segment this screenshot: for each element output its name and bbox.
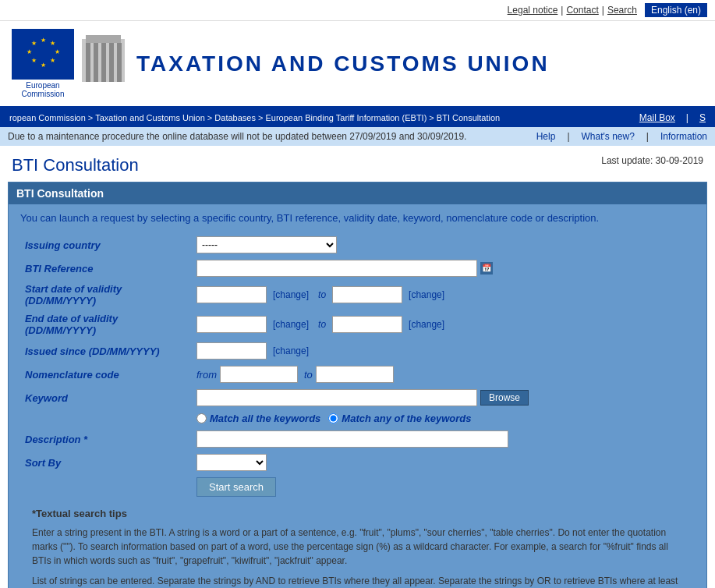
start-search-button[interactable]: Start search bbox=[196, 477, 276, 497]
logo-wrapper: ★ ★ ★ ★ ★ ★ ★ ★ European Commission bbox=[12, 29, 129, 98]
separator2: | bbox=[602, 5, 604, 16]
help-link[interactable]: Help bbox=[536, 131, 556, 142]
end-date-to-input[interactable] bbox=[332, 316, 402, 333]
sort-by-field bbox=[192, 451, 695, 474]
ec-label: European Commission bbox=[21, 81, 64, 98]
bti-box-header: BTI Consultation bbox=[9, 182, 706, 204]
start-date-to-input[interactable] bbox=[332, 286, 402, 303]
start-date-label: Start date of validity (DD/MM/YYYY) bbox=[20, 280, 192, 310]
nomenclature-from-input[interactable] bbox=[220, 366, 298, 383]
page-title-area: BTI Consultation Last update: 30-09-2019 bbox=[0, 146, 715, 182]
end-date-to-change[interactable]: [change] bbox=[409, 319, 444, 330]
svg-rect-14 bbox=[109, 43, 114, 82]
keyword-inline: Browse bbox=[196, 389, 690, 406]
nav-bar: ropean Commission > Taxation and Customs… bbox=[0, 108, 715, 127]
nomenclature-to-text: to bbox=[304, 369, 313, 381]
eu-stars-svg: ★ ★ ★ ★ ★ ★ ★ ★ bbox=[19, 33, 66, 76]
end-date-row: End date of validity (DD/MM/YYYY) [chang… bbox=[20, 310, 695, 339]
issuing-country-label: Issuing country bbox=[20, 233, 192, 257]
match-any-label[interactable]: Match any of the keywords bbox=[328, 413, 471, 424]
main-content: BTI Consultation You can launch a reques… bbox=[0, 182, 715, 588]
bti-reference-field: 📅 bbox=[192, 257, 695, 280]
building-svg bbox=[78, 35, 129, 82]
sort-by-label: Sort By bbox=[20, 451, 192, 474]
bti-calendar-icon[interactable]: 📅 bbox=[480, 262, 493, 275]
bti-ref-inline: 📅 bbox=[196, 260, 690, 277]
nomenclature-to-input[interactable] bbox=[316, 366, 394, 383]
start-date-from-input[interactable] bbox=[196, 286, 267, 303]
svg-text:★: ★ bbox=[50, 57, 55, 64]
sort-by-row: Sort By bbox=[20, 451, 695, 474]
sort-by-select[interactable] bbox=[196, 454, 267, 471]
svg-text:★: ★ bbox=[55, 48, 60, 55]
end-date-label: End date of validity (DD/MM/YYYY) bbox=[20, 310, 192, 339]
bti-reference-input[interactable] bbox=[196, 260, 477, 277]
svg-text:★: ★ bbox=[27, 48, 32, 55]
info-bar-links: Help | What's new? | Information bbox=[536, 131, 707, 142]
bti-form-table: Issuing country ----- BTI Reference 📅 bbox=[20, 233, 695, 500]
bti-consultation-box: BTI Consultation You can launch a reques… bbox=[8, 182, 707, 588]
bti-reference-row: BTI Reference 📅 bbox=[20, 257, 695, 280]
svg-rect-10 bbox=[86, 35, 121, 43]
end-date-from-change[interactable]: [change] bbox=[273, 319, 309, 330]
description-row: Description * bbox=[20, 427, 695, 451]
issued-since-row: Issued since (DD/MM/YYYY) [change] bbox=[20, 339, 695, 363]
description-field bbox=[192, 427, 695, 451]
svg-text:★: ★ bbox=[41, 62, 46, 69]
svg-text:★: ★ bbox=[31, 40, 37, 47]
match-all-radio[interactable] bbox=[196, 413, 207, 423]
svg-rect-15 bbox=[117, 43, 122, 82]
last-update: Last update: 30-09-2019 bbox=[601, 155, 703, 166]
issuing-country-row: Issuing country ----- bbox=[20, 233, 695, 257]
whats-new-link[interactable]: What's new? bbox=[582, 131, 635, 142]
bti-reference-label: BTI Reference bbox=[20, 257, 192, 280]
s-link[interactable]: S bbox=[699, 112, 706, 123]
site-title: TAXATION AND CUSTOMS UNION bbox=[136, 51, 550, 76]
match-radio-group: Match all the keywords Match any of the … bbox=[196, 413, 690, 424]
issued-since-input[interactable] bbox=[196, 342, 267, 360]
information-link[interactable]: Information bbox=[660, 131, 707, 142]
match-all-label[interactable]: Match all the keywords bbox=[196, 413, 320, 424]
end-date-from-input[interactable] bbox=[196, 316, 267, 333]
nomenclature-inline: from to bbox=[196, 366, 690, 383]
separator1: | bbox=[561, 5, 563, 16]
start-date-to-text: to bbox=[318, 289, 326, 300]
start-date-from-change[interactable]: [change] bbox=[273, 289, 309, 300]
bti-box-body: You can launch a request by selecting a … bbox=[9, 204, 706, 588]
start-search-row: Start search bbox=[20, 474, 695, 500]
maintenance-message: Due to a maintenance procedure the onlin… bbox=[8, 131, 466, 142]
building-graphic bbox=[78, 35, 129, 84]
keyword-row: Keyword Browse bbox=[20, 386, 695, 409]
issued-since-inline: [change] bbox=[196, 342, 690, 360]
contact-link[interactable]: Contact bbox=[566, 5, 598, 16]
mailbox-link[interactable]: Mail Box bbox=[639, 112, 675, 123]
start-date-to-change[interactable]: [change] bbox=[409, 289, 444, 300]
match-any-radio[interactable] bbox=[328, 413, 338, 423]
svg-rect-11 bbox=[86, 43, 90, 82]
svg-rect-12 bbox=[94, 43, 98, 82]
nomenclature-row: Nomenclature code from to bbox=[20, 363, 695, 386]
end-date-to-text: to bbox=[318, 319, 326, 330]
match-radio-row: Match all the keywords Match any of the … bbox=[20, 409, 695, 427]
language-button[interactable]: English (en) bbox=[645, 3, 707, 17]
legal-notice-link[interactable]: Legal notice bbox=[508, 5, 558, 16]
nomenclature-from-text: from bbox=[196, 369, 217, 381]
issuing-country-select[interactable]: ----- bbox=[196, 236, 337, 253]
eu-logo-area: ★ ★ ★ ★ ★ ★ ★ ★ European Commission bbox=[12, 29, 74, 98]
top-bar: Legal notice | Contact | Search English … bbox=[0, 0, 715, 21]
eu-flag-logo: ★ ★ ★ ★ ★ ★ ★ ★ bbox=[12, 29, 74, 80]
tips-section: *Textual search tips Enter a string pres… bbox=[20, 500, 695, 588]
issued-since-change[interactable]: [change] bbox=[273, 345, 309, 356]
description-label: Description * bbox=[20, 427, 192, 451]
issuing-country-field: ----- bbox=[192, 233, 695, 257]
svg-text:★: ★ bbox=[41, 37, 46, 44]
start-date-field: [change] to [change] bbox=[192, 280, 695, 310]
svg-rect-13 bbox=[101, 43, 106, 82]
keyword-input[interactable] bbox=[196, 389, 477, 406]
tips-title: *Textual search tips bbox=[32, 508, 683, 519]
browse-button[interactable]: Browse bbox=[480, 390, 529, 406]
svg-text:★: ★ bbox=[31, 57, 37, 64]
description-input[interactable] bbox=[196, 430, 508, 448]
search-link[interactable]: Search bbox=[607, 5, 637, 16]
end-date-inline: [change] to [change] bbox=[196, 316, 690, 333]
